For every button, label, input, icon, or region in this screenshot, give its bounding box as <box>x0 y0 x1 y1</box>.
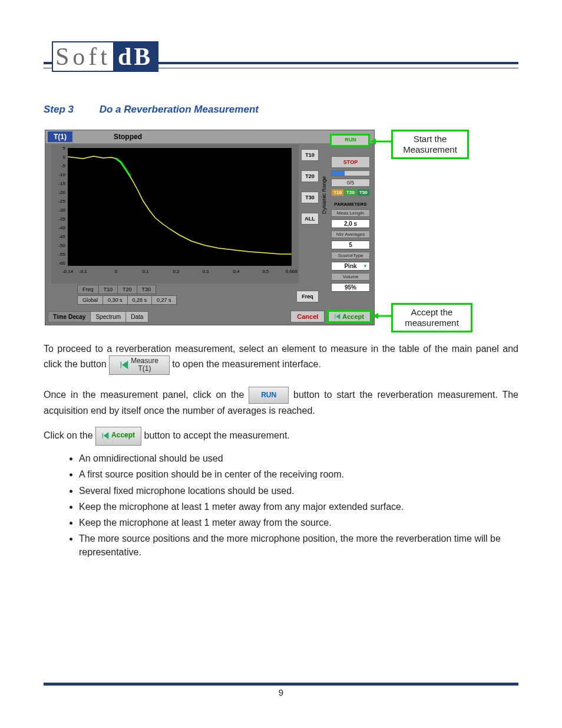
meas-length-label: Meas Length <box>331 209 370 217</box>
col-t10: T10 <box>98 285 118 294</box>
volume-value[interactable]: 95% <box>331 283 370 292</box>
freq-button[interactable]: Freq <box>296 291 319 302</box>
col-t20: T20 <box>117 285 137 294</box>
ytick: -30 <box>51 207 65 213</box>
p3a: Click on the <box>44 430 93 440</box>
decay-curve <box>68 148 292 266</box>
callout-accept: Accept the measurement <box>391 303 472 332</box>
cancel-button[interactable]: Cancel <box>290 311 325 322</box>
t10-button[interactable]: T10 <box>301 149 319 161</box>
cell-t20: 0,28 s <box>127 295 153 305</box>
step-title-text: Do a Reverberation Measurement <box>100 104 259 115</box>
footer-rule <box>44 683 518 686</box>
xtick: 0 <box>115 269 117 274</box>
ytick: -35 <box>51 216 65 222</box>
view-tabs: Time Decay Spectrum Data <box>48 311 148 322</box>
callout-start: Start the Measurement <box>391 130 469 159</box>
t20-button[interactable]: T20 <box>301 170 319 182</box>
measure-label-bot: T(1) <box>138 364 151 373</box>
chevron-down-icon: ▼ <box>363 263 368 269</box>
header-status: Stopped <box>114 133 142 141</box>
source-type-label: SourceType <box>331 252 370 259</box>
xtick: 0,1 <box>142 269 148 274</box>
xtick: -0,1 <box>79 269 87 274</box>
volume-label: Volume <box>331 273 370 281</box>
accept-highlight-box <box>326 310 372 323</box>
meas-length-value[interactable]: 2,0 s <box>331 219 370 228</box>
p3b: button to accept the measurement. <box>144 430 290 440</box>
measurement-panel-screenshot: T(1) Stopped 5 0 -5 -10 -15 -20 -25 <box>45 130 463 324</box>
skip-back-icon <box>120 361 128 369</box>
source-type-value: Pink <box>344 263 356 269</box>
xtick: 0,3 <box>202 269 209 274</box>
cell-t10: 0,30 s <box>103 295 128 305</box>
decay-graph: 5 0 -5 -10 -15 -20 -25 -30 -35 -40 -45 -… <box>51 144 299 284</box>
p2a: Once in the measurement panel, click on … <box>44 390 244 400</box>
ytick: 5 <box>51 146 65 151</box>
chip-t10[interactable]: T10 <box>332 189 343 196</box>
measure-button-inline[interactable]: Measure T(1) <box>109 355 170 374</box>
svg-marker-3 <box>372 313 378 319</box>
xtick: 0,4 <box>233 269 239 274</box>
t30-button[interactable]: T30 <box>301 192 319 203</box>
nbr-avg-label: Nbr Averages <box>331 230 370 238</box>
list-item: Keep the microphone at least 1 meter awa… <box>79 516 518 529</box>
ytick: -15 <box>51 181 65 186</box>
ytick: -40 <box>51 225 65 230</box>
ytick: -55 <box>51 252 65 257</box>
body-text: To proceed to a reverberation measuremen… <box>44 342 518 559</box>
ytick: -60 <box>51 261 65 266</box>
progress-bar <box>331 170 370 176</box>
run-button-inline[interactable]: RUN <box>249 387 289 404</box>
tab-time-decay[interactable]: Time Decay <box>48 311 91 322</box>
list-item: Several fixed microphone locations shoul… <box>79 484 518 498</box>
logo-left: Soft <box>53 42 113 71</box>
measure-label-top: Measure <box>131 357 158 365</box>
xtick: -0,14 <box>62 269 73 274</box>
chip-t30[interactable]: T30 <box>358 189 369 196</box>
col-freq: Freq <box>77 285 99 294</box>
cell-t30: 0,27 s <box>151 295 177 305</box>
list-item: The more source positions and the more m… <box>79 532 518 559</box>
nbr-avg-value[interactable]: 5 <box>331 241 370 249</box>
p1b: to open the measurement interface. <box>172 360 321 370</box>
skip-back-icon <box>102 432 109 439</box>
ytick: -20 <box>51 190 65 195</box>
t-chip-group: T10 T20 T30 <box>331 189 370 196</box>
dynamic-range-label: Dynamic Range <box>321 148 328 242</box>
step-number: Step 3 <box>44 104 97 116</box>
guidelines-list: An omnidirectional should be used A firs… <box>68 452 518 559</box>
xtick: 0,5 <box>262 269 269 274</box>
ytick: -45 <box>51 234 65 239</box>
accept-button-inline[interactable]: Accept <box>95 427 141 446</box>
stop-button[interactable]: STOP <box>331 156 370 168</box>
avg-counter: 0/5 <box>331 179 370 187</box>
xtick: 0,608 <box>286 269 297 274</box>
tab-data[interactable]: Data <box>125 311 148 322</box>
page-number: 9 <box>0 687 562 697</box>
ytick: -10 <box>51 172 65 177</box>
xtick: 0,2 <box>173 269 179 274</box>
svg-marker-1 <box>370 139 376 144</box>
page-header: Soft dB <box>44 41 518 72</box>
ytick: -25 <box>51 199 65 204</box>
ytick: -50 <box>51 243 65 248</box>
run-highlight-box <box>330 134 370 147</box>
accept-inline-label: Accept <box>111 430 135 440</box>
step-heading: Step 3 Do a Reverberation Measurement <box>44 104 518 116</box>
source-type-select[interactable]: Pink ▼ <box>331 262 370 271</box>
tab-spectrum[interactable]: Spectrum <box>90 311 126 322</box>
all-button[interactable]: ALL <box>301 213 319 225</box>
list-item: An omnidirectional should be used <box>79 452 518 465</box>
ytick: 0 <box>51 154 65 160</box>
ytick: -5 <box>51 163 65 169</box>
list-item: A first source position should be in cen… <box>79 467 518 481</box>
cell-global: Global <box>77 295 103 305</box>
list-item: Keep the microphone at least 1 meter awa… <box>79 500 518 513</box>
logo: Soft dB <box>52 41 158 72</box>
params-header: PARAMETERS <box>331 202 370 207</box>
logo-right: dB <box>113 42 157 71</box>
chip-t20[interactable]: T20 <box>345 189 356 196</box>
col-t30: T30 <box>137 285 157 294</box>
result-value-row: Global 0,30 s 0,28 s 0,27 s <box>77 295 176 305</box>
